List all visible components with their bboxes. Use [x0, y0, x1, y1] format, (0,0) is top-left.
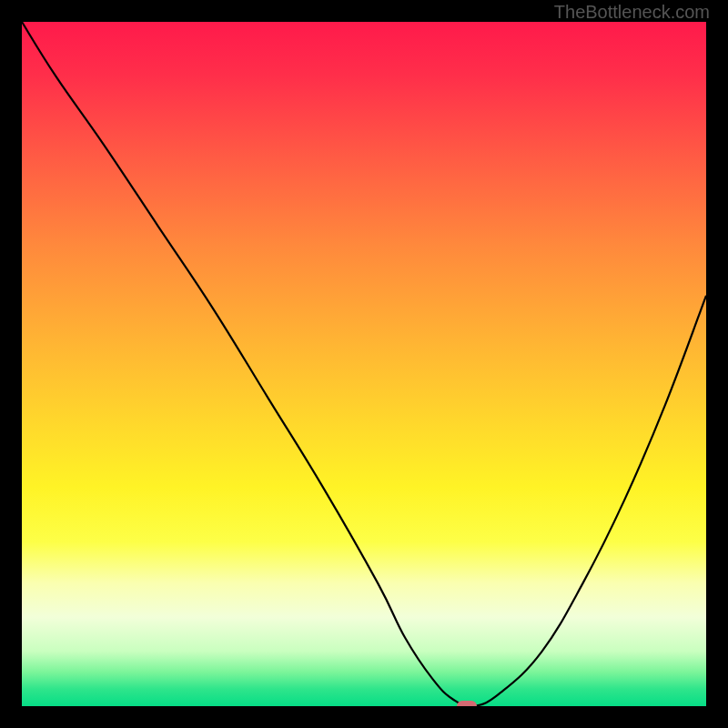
watermark-text: TheBottleneck.com — [554, 2, 710, 23]
plot-area — [22, 22, 706, 706]
optimal-marker — [457, 701, 477, 706]
bottleneck-curve — [22, 22, 706, 706]
curve-path — [22, 22, 706, 706]
